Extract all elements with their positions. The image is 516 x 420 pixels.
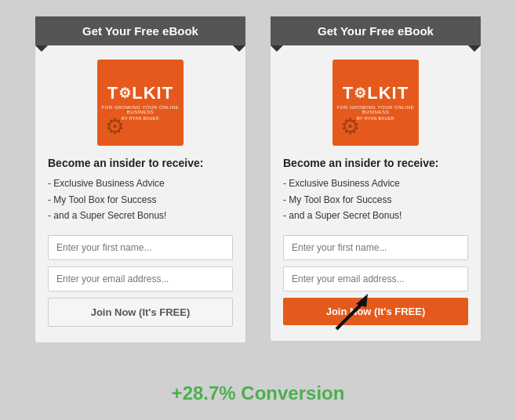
list-item: - My Tool Box for Success	[48, 192, 233, 208]
right-email-input[interactable]	[283, 266, 468, 291]
gear-icon: ⚙	[105, 114, 125, 139]
left-book-image: ⚙ T⚙LKIT FOR GROWING YOUR ONLINE BUSINES…	[97, 60, 184, 146]
list-item: - Exclusive Business Advice	[48, 176, 233, 191]
left-card: Get Your Free eBook ⚙ T⚙LKIT FOR GROWING…	[35, 16, 246, 342]
left-card-headline: Become an insider to receive:	[48, 157, 233, 169]
right-book-author: BY RYAN BAUER	[357, 116, 394, 121]
arrow-icon	[329, 290, 376, 333]
svg-marker-1	[356, 294, 368, 307]
left-email-input[interactable]	[48, 266, 233, 291]
right-card: Get Your Free eBook ⚙ T⚙LKIT FOR GROWING…	[270, 16, 481, 341]
list-item: - and a Super Secret Bonus!	[48, 208, 233, 223]
left-card-list: - Exclusive Business Advice - My Tool Bo…	[48, 176, 233, 223]
left-first-name-input[interactable]	[48, 235, 233, 260]
left-book-cover: ⚙ T⚙LKIT FOR GROWING YOUR ONLINE BUSINES…	[35, 60, 245, 146]
right-card-headline: Become an insider to receive:	[283, 157, 468, 169]
list-item: - Exclusive Business Advice	[283, 176, 468, 191]
gear-icon-right: ⚙	[340, 114, 360, 139]
cards-comparison: Get Your Free eBook ⚙ T⚙LKIT FOR GROWING…	[35, 16, 481, 342]
conversion-label: +28.7% Conversion	[172, 382, 345, 404]
right-card-body: Become an insider to receive: - Exclusiv…	[271, 157, 481, 324]
right-book-image: ⚙ T⚙LKIT FOR GROWING YOUR ONLINE BUSINES…	[332, 60, 419, 146]
list-item: - and a Super Secret Bonus!	[283, 208, 468, 223]
svg-line-0	[336, 302, 364, 329]
left-card-banner: Get Your Free eBook	[35, 16, 245, 45]
list-item: - My Tool Box for Success	[283, 192, 468, 208]
left-book-title: T⚙LKIT	[107, 85, 173, 102]
left-card-body: Become an insider to receive: - Exclusiv…	[35, 157, 245, 326]
right-join-button[interactable]: Join Now (It's FREE)	[283, 298, 468, 325]
left-join-button[interactable]: Join Now (It's FREE)	[48, 298, 233, 327]
right-first-name-input[interactable]	[283, 235, 468, 260]
right-book-title: T⚙LKIT	[343, 85, 409, 102]
left-book-author: BY RYAN BAUER	[122, 116, 159, 121]
right-book-cover: ⚙ T⚙LKIT FOR GROWING YOUR ONLINE BUSINES…	[271, 60, 481, 146]
right-banner-text: Get Your Free eBook	[318, 24, 434, 38]
left-banner-text: Get Your Free eBook	[82, 24, 198, 38]
right-card-banner: Get Your Free eBook	[271, 16, 481, 45]
right-card-list: - Exclusive Business Advice - My Tool Bo…	[283, 176, 468, 223]
